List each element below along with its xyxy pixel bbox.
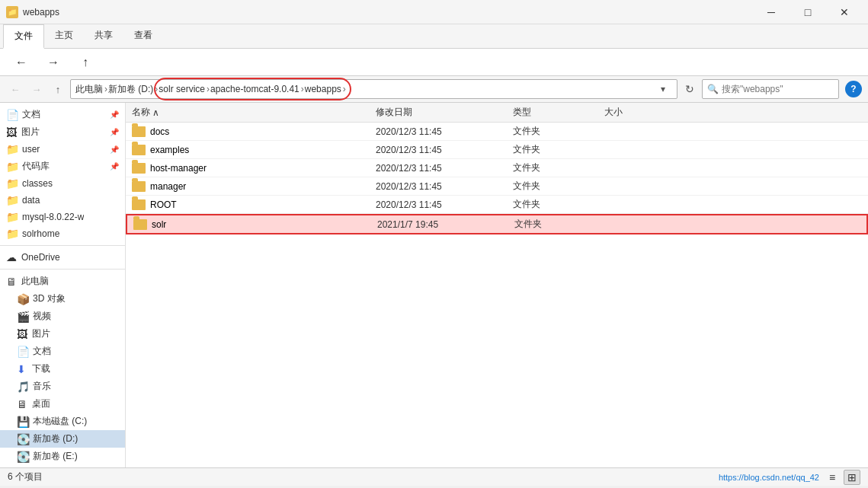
window-title: webapps xyxy=(23,7,59,18)
col-size[interactable]: 大小 xyxy=(598,106,674,119)
sidebar-item-documents[interactable]: 📄 文档 📌 xyxy=(0,106,125,123)
list-view-button[interactable]: ≡ xyxy=(824,470,841,485)
hdd-icon: 💾 xyxy=(17,416,30,428)
window-controls: ─ □ ✕ xyxy=(754,0,862,24)
sidebar-item-documents2[interactable]: 📄 文档 xyxy=(0,343,125,360)
sidebar-divider-1 xyxy=(0,245,125,246)
video-icon: 🎬 xyxy=(17,311,30,323)
picture-icon-2: 🖼 xyxy=(17,328,29,340)
forward-button[interactable]: → xyxy=(27,80,46,98)
file-name-manager: manager xyxy=(126,181,370,192)
file-row-docs[interactable]: docs 2020/12/3 11:45 文件夹 xyxy=(126,123,868,141)
folder-icon: 📁 xyxy=(6,143,19,155)
help-button[interactable]: ? xyxy=(845,81,862,97)
file-type-docs: 文件夹 xyxy=(507,125,598,138)
sidebar-item-downloads[interactable]: ⬇ 下载 xyxy=(0,360,125,378)
folder-icon-6: 📁 xyxy=(6,228,19,240)
sidebar-item-data[interactable]: 📁 data xyxy=(0,192,125,209)
folder-icon-3: 📁 xyxy=(6,177,19,190)
tile-view-button[interactable]: ⊞ xyxy=(844,470,860,485)
address-dropdown[interactable]: ▾ xyxy=(654,80,672,98)
sidebar-item-mysql[interactable]: 📁 mysql-8.0.22-w xyxy=(0,209,125,225)
ribbon: 文件 主页 共享 查看 xyxy=(0,24,868,49)
nav-up-ribbon[interactable]: ↑ xyxy=(70,54,101,71)
sidebar-item-edrive[interactable]: 💽 新加卷 (E:) xyxy=(0,448,125,465)
file-row-root[interactable]: ROOT 2020/12/3 11:45 文件夹 xyxy=(126,196,868,214)
minimize-button[interactable]: ─ xyxy=(754,0,789,24)
close-button[interactable]: ✕ xyxy=(827,0,862,24)
sidebar-item-pictures2[interactable]: 🖼 图片 xyxy=(0,325,125,343)
col-name[interactable]: 名称 ∧ xyxy=(126,106,370,119)
folder-icon-4: 📁 xyxy=(6,194,19,206)
sidebar-item-music[interactable]: 🎵 音乐 xyxy=(0,378,125,395)
tab-share[interactable]: 共享 xyxy=(84,24,123,48)
col-type[interactable]: 类型 xyxy=(507,106,598,119)
maximize-button[interactable]: □ xyxy=(790,0,825,24)
tab-view[interactable]: 查看 xyxy=(123,24,163,48)
download-icon: ⬇ xyxy=(17,363,29,375)
file-date-root: 2020/12/3 11:45 xyxy=(370,199,507,210)
document-icon: 📄 xyxy=(6,109,19,121)
ribbon-tabs: 文件 主页 共享 查看 xyxy=(0,24,868,48)
folder-icon-solr xyxy=(133,219,147,230)
search-icon: 🔍 xyxy=(707,84,719,94)
file-type-hostmanager: 文件夹 xyxy=(507,161,598,174)
status-bar: 6 个项目 https://blog.csdn.net/qq_42 ≡ ⊞ xyxy=(0,467,868,486)
file-type-root: 文件夹 xyxy=(507,198,598,211)
sidebar-item-solrhome[interactable]: 📁 solrhome xyxy=(0,225,125,242)
up-button[interactable]: ↑ xyxy=(49,80,67,98)
search-input[interactable] xyxy=(722,84,836,94)
sidebar-item-video[interactable]: 🎬 视频 xyxy=(0,308,125,325)
title-bar: 📁 webapps ─ □ ✕ xyxy=(0,0,868,24)
back-button[interactable]: ← xyxy=(6,80,24,98)
sidebar-item-ddrive[interactable]: 💽 新加卷 (D:) xyxy=(0,430,125,448)
sidebar-item-desktop[interactable]: 🖥 桌面 xyxy=(0,395,125,413)
file-date-solr: 2021/1/7 19:45 xyxy=(371,219,508,230)
file-name-solr: solr xyxy=(127,219,371,230)
sidebar-item-codebase[interactable]: 📁 代码库 📌 xyxy=(0,158,125,175)
file-row-manager[interactable]: manager 2020/12/3 11:45 文件夹 xyxy=(126,177,868,196)
sidebar-item-user[interactable]: 📁 user 📌 xyxy=(0,141,125,158)
sidebar-item-classes[interactable]: 📁 classes xyxy=(0,175,125,192)
file-name-docs: docs xyxy=(126,126,370,137)
nav-forward-ribbon[interactable]: → xyxy=(38,54,69,71)
file-name-root: ROOT xyxy=(126,199,370,210)
folder-icon-manager xyxy=(132,181,146,192)
refresh-button[interactable]: ↻ xyxy=(681,80,699,98)
cloud-icon: ☁ xyxy=(6,251,18,263)
folder-icon-5: 📁 xyxy=(6,211,19,223)
file-date-examples: 2020/12/3 11:45 xyxy=(370,145,507,155)
nav-back-ribbon[interactable]: ← xyxy=(6,54,37,71)
picture-icon: 🖼 xyxy=(6,126,18,139)
file-row-hostmanager[interactable]: host-manager 2020/12/3 11:45 文件夹 xyxy=(126,159,868,177)
breadcrumb-drive[interactable]: 新加卷 (D:) › xyxy=(108,83,159,96)
sidebar-item-pictures[interactable]: 🖼 图片 📌 xyxy=(0,123,125,141)
breadcrumb-webapps[interactable]: webapps › xyxy=(305,84,347,94)
tab-home[interactable]: 主页 xyxy=(44,24,84,48)
folder-title-icon: 📁 xyxy=(6,6,18,18)
folder-icon-2: 📁 xyxy=(6,161,19,173)
sidebar-item-3dobjects[interactable]: 📦 3D 对象 xyxy=(0,290,125,308)
breadcrumb-tomcat[interactable]: apache-tomcat-9.0.41 › xyxy=(210,84,305,94)
file-row-examples[interactable]: examples 2020/12/3 11:45 文件夹 xyxy=(126,141,868,159)
file-row-solr[interactable]: solr 2021/1/7 19:45 文件夹 xyxy=(126,214,868,234)
folder-icon-hostmanager xyxy=(132,163,146,174)
tab-file[interactable]: 文件 xyxy=(3,24,44,49)
search-box[interactable]: 🔍 xyxy=(702,79,839,99)
computer-icon: 🖥 xyxy=(6,276,18,288)
file-type-manager: 文件夹 xyxy=(507,180,598,193)
col-date[interactable]: 修改日期 xyxy=(370,106,507,119)
website-link: https://blog.csdn.net/qq_42 xyxy=(719,473,819,482)
disk-icon: 💽 xyxy=(17,433,30,445)
sidebar-item-thispc[interactable]: 🖥 此电脑 xyxy=(0,273,125,290)
address-path[interactable]: 此电脑 › 新加卷 (D:) › solr service › apache-t… xyxy=(70,79,677,99)
file-type-examples: 文件夹 xyxy=(507,143,598,156)
sidebar-item-onedrive[interactable]: ☁ OneDrive xyxy=(0,249,125,266)
ribbon-content: ← → ↑ xyxy=(0,49,868,76)
breadcrumb-solrservice[interactable]: solr service › xyxy=(159,84,210,94)
disk-icon-2: 💽 xyxy=(17,451,30,463)
sidebar: 📄 文档 📌 🖼 图片 📌 📁 user 📌 📁 代码库 📌 📁 classes… xyxy=(0,103,126,467)
document-icon-2: 📄 xyxy=(17,346,30,358)
sidebar-item-cdrive[interactable]: 💾 本地磁盘 (C:) xyxy=(0,413,125,430)
breadcrumb-thispc[interactable]: 此电脑 › xyxy=(75,83,108,96)
